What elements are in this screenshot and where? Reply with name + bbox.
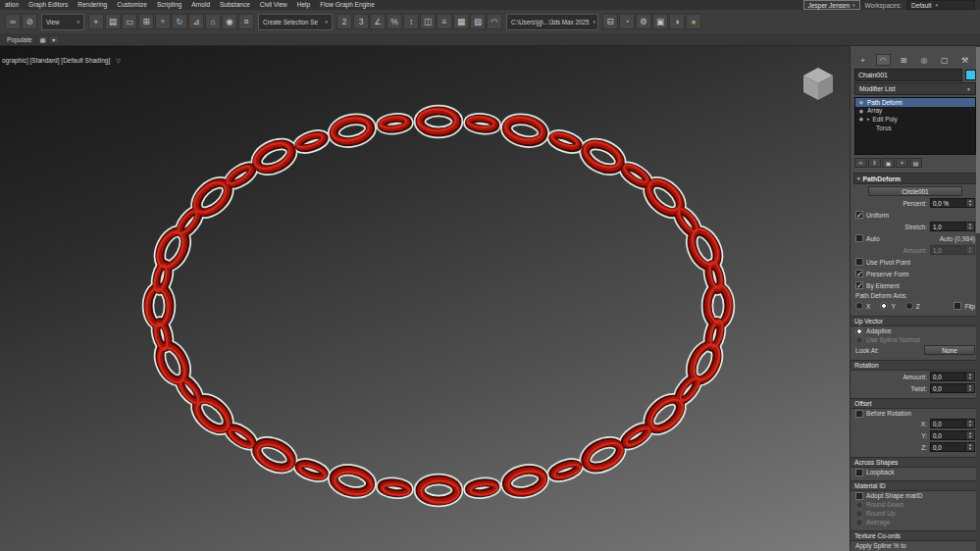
percent-spinner[interactable]: 0,0 %▴▾ (930, 198, 975, 208)
mirror-icon[interactable]: ◫ (420, 14, 436, 29)
viewport-shading-label[interactable]: ographic] [Standard] [Default Shading] (2, 57, 110, 64)
spinner-down-icon[interactable]: ▾ (966, 250, 974, 254)
activeshade-icon[interactable]: ◑ (669, 14, 685, 29)
menu-item-arnold[interactable]: Arnold (186, 0, 215, 10)
menu-item-substance[interactable]: Substance (215, 0, 255, 10)
loopback-checkbox[interactable] (855, 469, 863, 476)
object-name-field[interactable]: Chain001 (854, 69, 962, 81)
named-selection-sets-dropdown[interactable]: Create Selection Se ▾ (258, 14, 333, 30)
display-tab[interactable]: ▢ (937, 54, 952, 66)
configure-modifier-sets-button[interactable]: ▤ (909, 158, 922, 168)
snaps-toggle-icon[interactable]: 2 (336, 14, 352, 29)
remove-modifier-button[interactable]: × (896, 158, 908, 168)
select-by-name-icon[interactable]: ▤ (105, 14, 121, 29)
percent-snap-icon[interactable]: % (387, 14, 402, 29)
stack-item-edit-poly[interactable]: ◉▸Edit Poly (855, 115, 975, 124)
viewport[interactable]: ographic] [Standard] [Default Shading] ▽ (0, 45, 850, 551)
select-and-move-icon[interactable]: + (155, 14, 171, 29)
spinner-snap-icon[interactable]: ↕ (403, 14, 419, 29)
select-and-link-icon[interactable]: ∞ (5, 14, 21, 29)
axis-z-radio[interactable] (905, 302, 913, 310)
viewcube-home-icon[interactable] (800, 65, 836, 102)
chain-object[interactable] (0, 45, 850, 551)
workspace-dropdown[interactable]: Default ▾ (906, 0, 975, 10)
preserve-form-checkbox[interactable] (855, 270, 863, 277)
window-crossing-icon[interactable]: ⊞ (138, 14, 154, 29)
rotation-amount-spinner[interactable]: 0,0▴▾ (930, 372, 975, 381)
modify-tab[interactable]: ◠ (876, 54, 891, 66)
spinner-arrows[interactable]: ▴▾ (965, 373, 974, 380)
stretch-spinner[interactable]: 1,0▴▾ (930, 222, 975, 231)
scene-explorer-icon[interactable]: ▦ (453, 14, 469, 29)
project-path-dropdown[interactable]: C:\Users\jg\...\3ds Max 2025 ▾ (506, 14, 598, 30)
spinner-down-icon[interactable]: ▾ (966, 435, 974, 439)
visibility-eye-icon[interactable]: ◉ (858, 99, 864, 105)
spinner-arrows[interactable]: ▴▾ (965, 223, 974, 230)
by-element-checkbox[interactable] (855, 281, 863, 289)
angle-snap-icon[interactable]: ∠ (370, 14, 386, 29)
reference-coordinate-dropdown[interactable]: View ▾ (41, 14, 84, 30)
adaptive-radio[interactable] (855, 327, 863, 335)
look-at-none-button[interactable]: None (924, 345, 975, 355)
stack-item-path-deform[interactable]: ◉Path Deform (855, 98, 975, 107)
menu-item-customize[interactable]: Customize (112, 0, 152, 10)
use-pivot-point-checkbox[interactable] (855, 258, 863, 266)
utilities-tab[interactable]: ⚒ (957, 54, 972, 66)
spinner-down-icon[interactable]: ▾ (966, 203, 974, 207)
spinner-down-icon[interactable]: ▾ (966, 447, 974, 451)
spinner-down-icon[interactable]: ▾ (966, 376, 974, 380)
rollout-pathdeform-header[interactable]: ▾ PathDeform (853, 173, 977, 184)
before-rotation-checkbox[interactable] (855, 410, 863, 418)
panel-scrollbar[interactable] (976, 45, 980, 551)
render-setup-icon[interactable]: ⚙ (636, 14, 651, 29)
schematic-view-icon[interactable]: ⊟ (602, 14, 618, 29)
select-object-icon[interactable]: ⌖ (88, 14, 104, 29)
select-and-manipulate-icon[interactable]: ¤ (238, 14, 254, 29)
spinner-down-icon[interactable]: ▾ (966, 226, 974, 230)
visibility-eye-icon[interactable]: ◉ (858, 108, 864, 114)
scrollbar-thumb[interactable] (976, 47, 980, 233)
rendered-frame-icon[interactable]: ▣ (652, 14, 668, 29)
render-production-icon[interactable]: ● (686, 14, 701, 29)
viewport-label[interactable]: ographic] [Standard] [Default Shading] ▽ (2, 57, 121, 64)
menu-item-graph-editors[interactable]: Graph Editors (24, 0, 73, 10)
menu-item-scripting[interactable]: Scripting (152, 0, 186, 10)
use-pivot-point-icon[interactable]: ◉ (222, 14, 237, 29)
axis-y-radio[interactable] (880, 302, 888, 310)
spinner-arrows[interactable]: ▴▾ (965, 199, 974, 207)
material-editor-icon[interactable]: ◔ (619, 14, 635, 29)
spinner-arrows[interactable]: ▴▾ (965, 431, 974, 439)
select-and-place-icon[interactable]: ⌂ (205, 14, 221, 29)
auto-checkbox[interactable] (855, 234, 863, 242)
spinner-down-icon[interactable]: ▾ (966, 388, 974, 392)
populate-grid-icon[interactable]: ▦ (38, 35, 48, 44)
modifier-stack[interactable]: ◉Path Deform◉Array◉▸Edit PolyTorus (854, 97, 976, 155)
user-account-button[interactable]: Jesper Jensen ▾ (803, 0, 860, 10)
menu-item-civil-view[interactable]: Civil View (255, 0, 292, 10)
spinner-arrows[interactable]: ▴▾ (965, 420, 974, 427)
pick-path-button[interactable]: Circle001 (868, 186, 962, 196)
hierarchy-tab[interactable]: ⊞ (897, 54, 911, 66)
adopt-shape-matid-checkbox[interactable] (855, 492, 863, 500)
menu-item-help[interactable]: Help (292, 0, 315, 10)
expand-icon[interactable]: ▸ (867, 116, 870, 122)
motion-tab[interactable]: ◎ (916, 54, 931, 66)
rectangular-selection-region-icon[interactable]: ▭ (122, 14, 137, 29)
flip-checkbox[interactable] (954, 302, 961, 310)
axis-x-radio[interactable] (855, 302, 863, 310)
menu-item-rendering[interactable]: Rendering (73, 0, 112, 10)
pin-stack-button[interactable]: ∞ (854, 158, 867, 168)
show-end-result-button[interactable]: ‖ (868, 158, 881, 168)
menu-item-ation[interactable]: ation (0, 0, 24, 10)
snaps-3d-icon[interactable]: 3 (353, 14, 369, 29)
populate-expand-icon[interactable]: ▾ (49, 35, 59, 44)
stack-item-torus[interactable]: Torus (855, 124, 975, 132)
modifier-list-dropdown[interactable]: Modifier List ▼ (854, 82, 976, 95)
spinner-arrows[interactable]: ▴▾ (965, 246, 974, 254)
twist-spinner[interactable]: 0,0▴▾ (930, 383, 975, 393)
offset-z-spinner[interactable]: 0,0▴▾ (930, 442, 975, 452)
stack-item-array[interactable]: ◉Array (855, 107, 975, 116)
curve-editor-icon[interactable]: ◠ (487, 14, 502, 29)
align-icon[interactable]: ≡ (437, 14, 452, 29)
spinner-arrows[interactable]: ▴▾ (965, 443, 974, 451)
